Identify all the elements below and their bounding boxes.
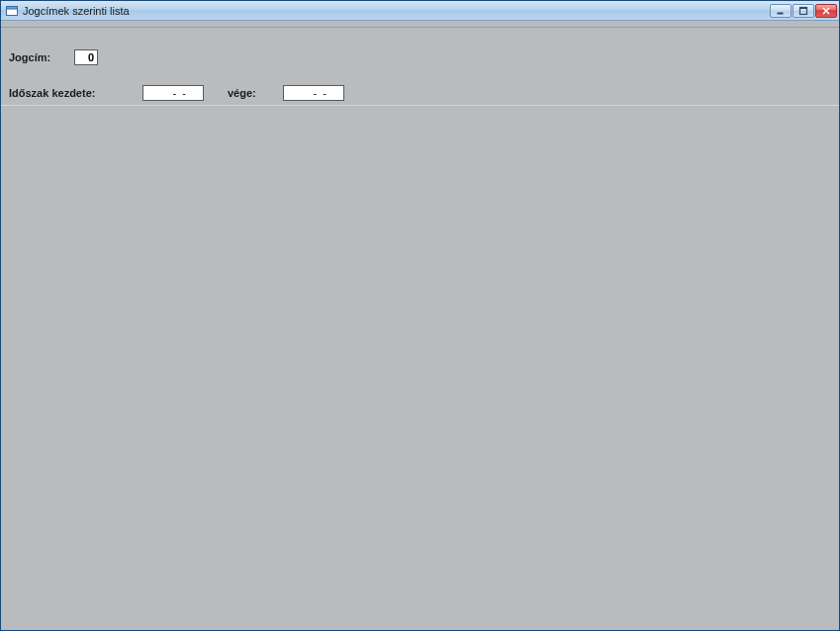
app-icon: [5, 4, 19, 18]
idoszak-vege-label: vége:: [228, 87, 283, 99]
maximize-button[interactable]: [793, 4, 814, 18]
jogcim-row: Jogcím:: [1, 38, 839, 77]
svg-rect-1: [7, 6, 18, 9]
jogcim-label: Jogcím:: [9, 51, 74, 63]
idoszak-vege-input[interactable]: [283, 85, 344, 101]
content-area: [1, 106, 839, 630]
svg-rect-4: [800, 7, 807, 9]
close-button[interactable]: [815, 4, 837, 18]
svg-rect-2: [778, 12, 784, 14]
idoszak-kezdete-input[interactable]: [142, 85, 204, 101]
app-window: Jogcímek szerinti lista Jogcím: Időszak …: [0, 0, 840, 631]
idoszak-kezdete-label: Időszak kezdete:: [9, 87, 142, 99]
form-area: Jogcím: Időszak kezdete: vége:: [1, 28, 839, 106]
titlebar: Jogcímek szerinti lista: [1, 1, 839, 21]
titlebar-separator: [1, 21, 839, 28]
idoszak-row: Időszak kezdete: vége:: [1, 83, 839, 103]
window-controls: [770, 4, 837, 18]
jogcim-input[interactable]: [74, 49, 98, 65]
minimize-button[interactable]: [770, 4, 792, 18]
window-title: Jogcímek szerinti lista: [23, 5, 770, 17]
